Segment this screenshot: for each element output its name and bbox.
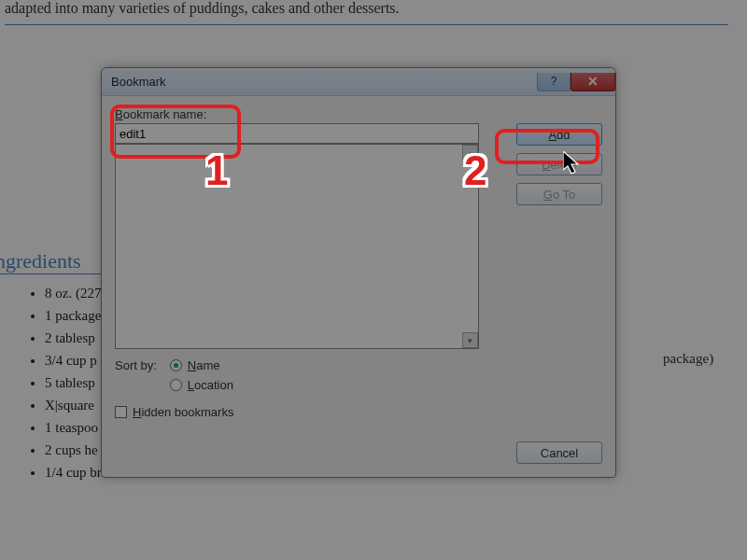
radio-label-location: Location [188,378,233,392]
radio-icon [170,379,182,391]
scroll-up-icon[interactable]: ▴ [462,145,478,161]
radio-icon [170,359,182,371]
sort-by-label: Sort by: [115,358,157,372]
cancel-button[interactable]: Cancel [516,441,602,464]
sort-by-name-radio[interactable]: Name [170,358,233,372]
doc-paragraph: adapted into many varieties of puddings,… [5,0,728,25]
delete-button[interactable]: Delete [516,153,602,175]
scroll-down-icon[interactable]: ▾ [462,332,478,348]
add-button[interactable]: Add [516,123,602,146]
bookmark-name-input[interactable] [115,123,479,144]
sort-by-location-radio[interactable]: Location [170,378,233,392]
hidden-bookmarks-label: Hidden bookmarks [133,405,233,419]
goto-button[interactable]: Go To [516,183,602,205]
help-button[interactable]: ? [537,73,571,91]
bookmark-name-label: Bookmark name: [115,107,602,121]
radio-label-name: Name [188,358,220,372]
bookmark-listbox[interactable]: ▴ ▾ [115,144,479,349]
checkbox-icon [115,406,127,418]
dialog-title: Bookmark [102,75,166,89]
close-button[interactable]: ✕ [571,73,615,91]
close-icon: ✕ [587,74,599,89]
hidden-bookmarks-checkbox[interactable]: Hidden bookmarks [115,405,602,419]
dialog-titlebar: Bookmark ? ✕ [102,68,615,96]
right-fragment: package) [663,351,713,367]
bookmark-dialog: Bookmark ? ✕ Bookmark name: ▴ ▾ Add Dele… [101,67,616,478]
